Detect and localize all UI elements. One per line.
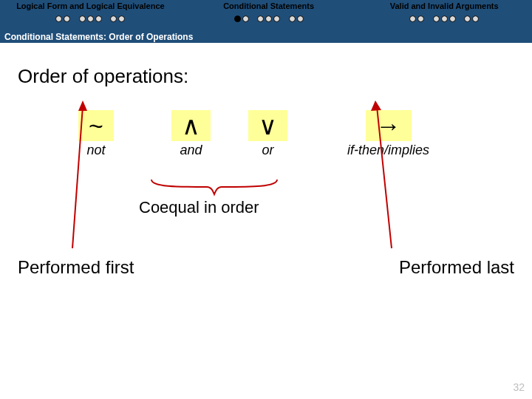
symbol-and: ∧ (171, 110, 211, 141)
operator-or: ∨ or (248, 110, 287, 158)
symbol-or: ∨ (248, 110, 287, 141)
nav-section-valid-invalid: Valid and Invalid Arguments (356, 0, 532, 28)
nav-section-logical-form: Logical Form and Logical Equivalence (0, 0, 181, 28)
nav-section-conditional: Conditional Statements (181, 0, 357, 28)
arrow-first-icon (65, 100, 95, 256)
arrow-last-icon (355, 100, 399, 256)
nav-sections: Logical Form and Logical Equivalence Con… (0, 0, 532, 28)
svg-marker-3 (371, 100, 381, 111)
label-and: and (171, 143, 211, 158)
nav-title: Valid and Invalid Arguments (356, 1, 532, 10)
progress-dots (0, 12, 181, 25)
slide-title: Order of operations: (18, 65, 514, 88)
svg-marker-1 (78, 100, 87, 111)
svg-line-0 (72, 106, 83, 248)
operator-and: ∧ and (171, 110, 211, 158)
performed-last-label: Performed last (399, 257, 514, 278)
performed-first-label: Performed first (18, 257, 134, 278)
progress-dots (356, 12, 532, 25)
nav-title: Logical Form and Logical Equivalence (0, 1, 181, 10)
header-bar: Logical Form and Logical Equivalence Con… (0, 0, 532, 43)
label-or: or (248, 143, 287, 158)
nav-title: Conditional Statements (181, 1, 357, 10)
svg-line-2 (377, 106, 392, 248)
slide-subtitle: Conditional Statements: Order of Operati… (4, 32, 193, 42)
brace-icon (148, 176, 281, 198)
coequal-label: Coequal in order (139, 198, 259, 217)
page-number: 32 (513, 381, 525, 393)
slide-body: Order of operations: ~ not ∧ and ∨ or → … (0, 43, 532, 199)
progress-dots (181, 12, 357, 25)
